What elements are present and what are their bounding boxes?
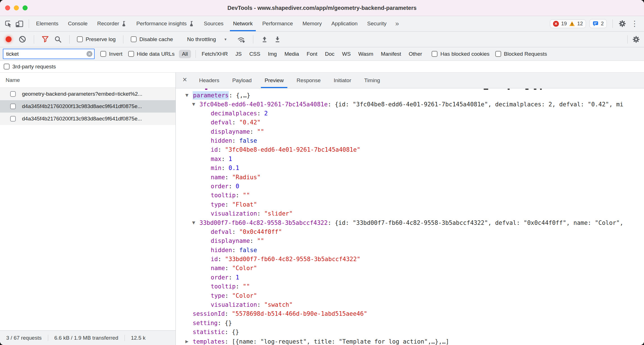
request-checkbox[interactable] xyxy=(10,116,16,122)
clipped-line-fragment xyxy=(540,89,542,90)
clear-network-log-icon[interactable] xyxy=(18,35,26,43)
filter-type-css[interactable]: CSS xyxy=(249,51,260,57)
hide-data-urls-checkbox[interactable] xyxy=(128,51,134,57)
throttling-dropdown[interactable]: No throttling ▼ xyxy=(185,36,227,42)
filter-type-other[interactable]: Other xyxy=(409,51,422,57)
detail-tab-headers[interactable]: Headers xyxy=(193,73,226,88)
more-options-dots-icon[interactable]: ⋮ xyxy=(630,19,639,28)
filter-type-wasm[interactable]: Wasm xyxy=(358,51,373,57)
tab-security[interactable]: Security xyxy=(362,16,391,31)
import-har-icon[interactable] xyxy=(261,35,268,43)
requests-name-column-header[interactable]: Name xyxy=(0,73,176,88)
json-line-max[interactable]: max: 1 xyxy=(176,154,644,163)
json-line-visualization[interactable]: visualization: "slider" xyxy=(176,209,644,218)
tab-network[interactable]: Network xyxy=(228,16,257,31)
json-line-id[interactable]: id: "3fc04be8-edd6-4e01-9261-7bc145a4081… xyxy=(176,145,644,154)
json-line-hidden[interactable]: hidden: false xyxy=(176,136,644,145)
json-line-type[interactable]: type: "Float" xyxy=(176,200,644,209)
tab-performance-insights[interactable]: Performance insights xyxy=(132,16,199,31)
throttling-value: No throttling xyxy=(187,36,216,42)
json-line-decimalplaces[interactable]: decimalplaces: 2 xyxy=(176,109,644,118)
tab-application[interactable]: Application xyxy=(327,16,362,31)
issues-badge[interactable]: 2 xyxy=(589,19,607,28)
tab-performance[interactable]: Performance xyxy=(257,16,298,31)
json-line-hidden[interactable]: hidden: false xyxy=(176,246,644,255)
json-line-type[interactable]: type: "Color" xyxy=(176,291,644,300)
detail-tab-preview[interactable]: Preview xyxy=(258,73,290,88)
json-line-setting[interactable]: setting: {} xyxy=(176,319,644,328)
inspect-element-icon[interactable] xyxy=(4,19,12,28)
issues-icon xyxy=(592,21,599,27)
json-line-tooltip[interactable]: tooltip: "" xyxy=(176,282,644,291)
json-line-order[interactable]: order: 0 xyxy=(176,182,644,191)
tab-sources[interactable]: Sources xyxy=(199,16,228,31)
filter-input[interactable] xyxy=(3,49,95,59)
request-row[interactable]: d4a345f4b21760200f13c983d8aec9f641df0875… xyxy=(0,113,176,125)
json-line-tooltip[interactable]: tooltip: "" xyxy=(176,191,644,200)
tab-memory[interactable]: Memory xyxy=(298,16,327,31)
divider xyxy=(29,19,29,28)
clipped-line-fragment xyxy=(205,89,207,90)
console-errors-warnings-badge[interactable]: ✕ 19 12 xyxy=(550,19,586,28)
detail-tab-response[interactable]: Response xyxy=(290,73,327,88)
json-line-name[interactable]: name: "Color" xyxy=(176,264,644,273)
network-conditions-icon[interactable] xyxy=(237,35,246,44)
preserve-log-checkbox[interactable] xyxy=(77,36,83,42)
blocked-requests-checkbox[interactable] xyxy=(495,51,501,57)
search-icon[interactable] xyxy=(54,35,62,43)
expand-arrow-icon[interactable]: ▼ xyxy=(192,100,199,109)
tab-console[interactable]: Console xyxy=(63,16,92,31)
json-line-displayname[interactable]: displayname: "" xyxy=(176,236,644,245)
filter-type-media[interactable]: Media xyxy=(285,51,299,57)
filter-type-all[interactable]: All xyxy=(179,50,191,58)
close-detail-icon[interactable]: × xyxy=(176,75,193,85)
json-line-defval[interactable]: defval: "0x0c44f0ff" xyxy=(176,227,644,236)
json-line-id[interactable]: id: "33bd00f7-fb60-4c82-9558-3b5abccf432… xyxy=(176,255,644,264)
filter-type-ws[interactable]: WS xyxy=(342,51,351,57)
clear-filter-icon[interactable]: ✕ xyxy=(86,51,92,57)
filter-type-fetch-xhr[interactable]: Fetch/XHR xyxy=(202,51,228,57)
hide-data-urls-label: Hide data URLs xyxy=(137,51,175,57)
has-blocked-cookies-checkbox[interactable] xyxy=(432,51,438,57)
detail-tab-initiator[interactable]: Initiator xyxy=(327,73,357,88)
request-row-selected[interactable]: d4a345f4b21760200f13c983d8aec9f641df0875… xyxy=(0,100,176,113)
filter-type-doc[interactable]: Doc xyxy=(325,51,334,57)
settings-gear-icon[interactable] xyxy=(618,20,626,28)
json-line-name[interactable]: name: "Radius" xyxy=(176,173,644,182)
filter-type-font[interactable]: Font xyxy=(307,51,317,57)
filter-funnel-icon[interactable] xyxy=(41,35,49,43)
json-line-sessionid[interactable]: sessionId: "5578698d-b514-466d-b90e-1abd… xyxy=(176,309,644,318)
request-row[interactable]: geometry-backend-parameters?embed=ticket… xyxy=(0,88,176,100)
invert-checkbox[interactable] xyxy=(100,51,106,57)
filter-type-manifest[interactable]: Manifest xyxy=(381,51,401,57)
json-line-visualization[interactable]: visualization: "swatch" xyxy=(176,300,644,309)
request-checkbox[interactable] xyxy=(10,91,16,97)
filter-type-js[interactable]: JS xyxy=(236,51,242,57)
json-line-parameters[interactable]: ▼parameters: {,…} xyxy=(176,91,644,100)
detail-tab-timing[interactable]: Timing xyxy=(358,73,387,88)
json-line-displayname[interactable]: displayname: "" xyxy=(176,127,644,136)
json-line-statistic[interactable]: statistic: {} xyxy=(176,328,644,337)
export-har-icon[interactable] xyxy=(274,35,281,43)
json-line-param1-guid[interactable]: ▼3fc04be8-edd6-4e01-9261-7bc145a4081e: {… xyxy=(176,100,644,109)
request-checkbox[interactable] xyxy=(10,104,16,109)
expand-arrow-icon[interactable]: ▼ xyxy=(185,91,193,100)
network-settings-gear-icon[interactable] xyxy=(632,35,640,43)
json-line-order[interactable]: order: 1 xyxy=(176,273,644,282)
collapse-arrow-icon[interactable]: ▶ xyxy=(185,337,193,345)
json-line-templates[interactable]: ▶templates: [{name: "log-request", title… xyxy=(176,337,644,345)
clipped-line-fragment xyxy=(534,89,536,90)
tab-elements[interactable]: Elements xyxy=(31,16,63,31)
json-line-defval[interactable]: defval: "0.42" xyxy=(176,118,644,127)
more-tabs-button[interactable]: » xyxy=(391,20,403,28)
tab-recorder[interactable]: Recorder xyxy=(92,16,132,31)
device-toolbar-icon[interactable] xyxy=(15,19,24,28)
third-party-requests-checkbox[interactable] xyxy=(4,64,10,70)
detail-tab-payload[interactable]: Payload xyxy=(226,73,258,88)
disable-cache-checkbox[interactable] xyxy=(131,36,137,42)
json-line-param2-guid[interactable]: ▼33bd00f7-fb60-4c82-9558-3b5abccf4322: {… xyxy=(176,218,644,227)
json-line-min[interactable]: min: 0.1 xyxy=(176,163,644,173)
filter-type-img[interactable]: Img xyxy=(268,51,277,57)
record-network-log-button[interactable] xyxy=(6,36,12,42)
expand-arrow-icon[interactable]: ▼ xyxy=(192,218,199,227)
